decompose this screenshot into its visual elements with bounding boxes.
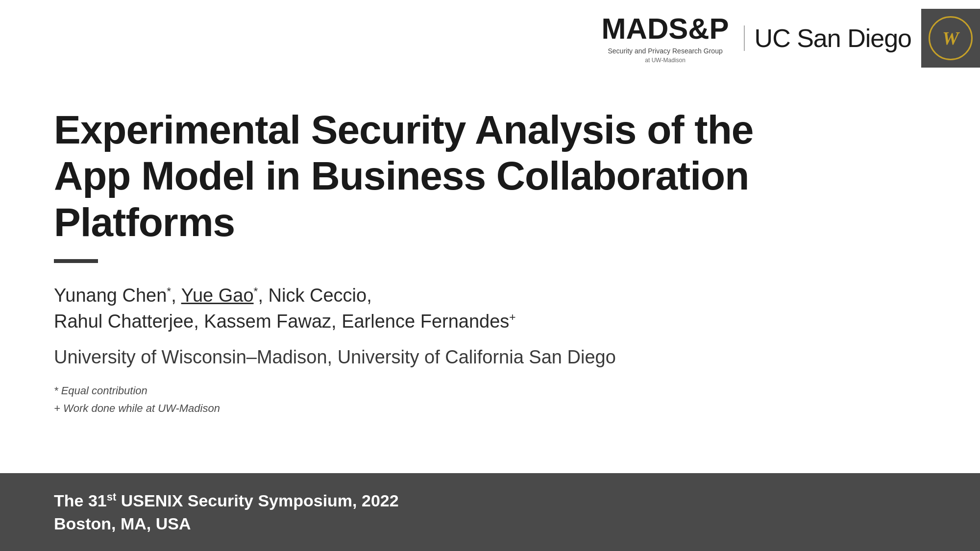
footer-conference: The 31st USENIX Security Symposium, 2022 xyxy=(54,491,926,510)
crest-w-letter: W xyxy=(942,27,959,49)
footer-bar: The 31st USENIX Security Symposium, 2022… xyxy=(0,473,980,551)
title-line2: App Model in Business Collaboration Plat… xyxy=(54,153,926,245)
title-divider xyxy=(54,259,98,263)
footnote-equal-contribution: * Equal contribution xyxy=(54,382,926,399)
conference-suffix: USENIX Security Symposium, 2022 xyxy=(116,491,398,510)
main-content: Experimental Security Analysis of the Ap… xyxy=(0,68,980,473)
slide-container: MAD S&P Security and Privacy Research Gr… xyxy=(0,0,980,551)
yue-gao-name: Yue Gao xyxy=(181,285,254,306)
uw-crest: W xyxy=(921,9,980,68)
ucsd-logo-text: UC San Diego xyxy=(755,24,911,52)
ucsd-logo: UC San Diego xyxy=(744,25,911,51)
mads-sp-text: S&P xyxy=(668,12,729,46)
footnotes: * Equal contribution + Work done while a… xyxy=(54,382,926,416)
conference-superscript: st xyxy=(107,491,117,503)
university-affiliation: University of Wisconsin–Madison, Univers… xyxy=(54,344,926,370)
authors-section: Yunang Chen*, Yue Gao*, Nick Ceccio, Rah… xyxy=(54,283,926,335)
mads-logo-text-container: MAD S&P xyxy=(602,12,729,46)
authors-line2: Rahul Chatterjee, Kassem Fawaz, Earlence… xyxy=(54,309,926,335)
authors-line1: Yunang Chen*, Yue Gao*, Nick Ceccio, xyxy=(54,283,926,309)
mads-subtext-line1: Security and Privacy Research Group xyxy=(608,47,722,55)
mads-text: MAD xyxy=(602,12,669,46)
header-logos: MAD S&P Security and Privacy Research Gr… xyxy=(0,0,980,68)
slide-title: Experimental Security Analysis of the Ap… xyxy=(54,107,926,245)
footer-location: Boston, MA, USA xyxy=(54,514,926,533)
footnote-work-done: + Work done while at UW-Madison xyxy=(54,400,926,417)
conference-prefix: The 31 xyxy=(54,491,107,510)
logos-group: MAD S&P Security and Privacy Research Gr… xyxy=(602,9,980,68)
mads-logo: MAD S&P Security and Privacy Research Gr… xyxy=(602,12,729,65)
crest-inner: W xyxy=(929,16,973,60)
mads-subtext: Security and Privacy Research Group at U… xyxy=(602,47,729,65)
title-line1: Experimental Security Analysis of the xyxy=(54,107,926,153)
mads-subtext-line2: at UW-Madison xyxy=(645,57,685,64)
